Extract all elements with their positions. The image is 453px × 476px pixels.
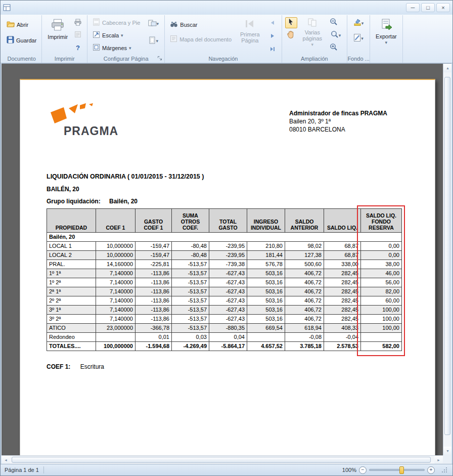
- guardar-label: Guardar: [16, 37, 36, 44]
- varias-paginas-button[interactable]: Varias páginas ▾: [300, 17, 325, 54]
- zoom-slider[interactable]: [369, 469, 425, 471]
- marca-agua-button[interactable]: ▾: [350, 33, 367, 44]
- pointer-tool-button[interactable]: [285, 17, 297, 28]
- tamano-papel-button[interactable]: ▾: [145, 35, 161, 47]
- color-fondo-button[interactable]: ▾: [350, 18, 367, 29]
- vertical-scrollbar-thumb[interactable]: [444, 77, 450, 435]
- table-cell: 500,60: [285, 260, 324, 269]
- scroll-left-arrow[interactable]: ◄: [2, 456, 10, 464]
- annotation-rectangle: [357, 205, 405, 356]
- table-cell: -80,48: [172, 242, 209, 251]
- table-cell: -0,04: [324, 333, 361, 342]
- previous-page-icon: [269, 19, 276, 28]
- totals-cell: 100,000000: [96, 342, 135, 351]
- resize-grip-icon[interactable]: [441, 466, 448, 473]
- print-options-button[interactable]: [72, 30, 84, 41]
- buscar-button[interactable]: Buscar: [168, 19, 234, 30]
- guardar-button[interactable]: Guardar: [5, 34, 38, 46]
- table-cell: 10,000000: [96, 242, 135, 251]
- orientacion-button[interactable]: ▾: [145, 18, 161, 29]
- maximize-button[interactable]: □: [421, 3, 435, 12]
- table-cell: -239,95: [209, 242, 247, 251]
- ribbon-group-fondo: ▾ ▾ Fondo ...: [347, 15, 370, 63]
- table-cell: 282,45: [324, 287, 361, 296]
- table-row: PRAL.14,160000-225,81-513,57-739,38576,7…: [47, 260, 402, 269]
- table-cell: 68,87: [324, 251, 361, 260]
- help-button[interactable]: ?: [72, 42, 84, 53]
- buscar-label: Buscar: [180, 22, 197, 28]
- binoculars-icon: [170, 21, 178, 28]
- zoom-out-button[interactable]: [328, 17, 340, 28]
- zoom-slider-thumb[interactable]: [399, 466, 404, 474]
- cabecera-y-pie-button[interactable]: Cabecera y Pie: [90, 17, 142, 28]
- zoom-in-icon: [330, 43, 338, 53]
- chevron-down-icon: ▾: [361, 36, 364, 40]
- table-cell: 503,16: [247, 269, 285, 278]
- group-label-fondo: Fondo ...: [347, 56, 370, 62]
- escala-button[interactable]: Escala ▾: [90, 29, 142, 41]
- dialog-launcher-icon[interactable]: [157, 56, 163, 61]
- column-header: TOTAL GASTO: [209, 209, 247, 233]
- totals-cell: -4.269,49: [172, 342, 209, 351]
- mapa-documento-button[interactable]: Mapa del documento: [168, 33, 234, 45]
- help-icon: ?: [76, 44, 80, 52]
- horizontal-scrollbar-thumb[interactable]: [12, 457, 431, 463]
- zoom-in-button[interactable]: [328, 42, 340, 54]
- abrir-button[interactable]: Abrir: [5, 19, 38, 30]
- table-cell: -513,57: [172, 315, 209, 324]
- table-cell: 503,16: [247, 287, 285, 296]
- varias-paginas-label: Varias páginas: [303, 29, 323, 41]
- table-cell: PRAL.: [47, 260, 96, 269]
- table-cell: 10,000000: [96, 251, 135, 260]
- minimize-button[interactable]: ─: [406, 3, 420, 12]
- table-cell: -627,43: [209, 287, 247, 296]
- previous-page-button[interactable]: [266, 18, 279, 29]
- zoom-button[interactable]: ▾: [328, 30, 344, 41]
- table-cell: 406,72: [285, 296, 324, 306]
- group-label-navegacion: Navegación: [165, 56, 281, 62]
- table-cell: ATICO: [47, 324, 96, 333]
- primera-pagina-button[interactable]: Primera Página: [238, 17, 262, 55]
- open-folder-icon: [7, 21, 15, 28]
- last-page-button[interactable]: [266, 44, 279, 55]
- coef-footnote-label: COEF 1:: [47, 363, 70, 370]
- zoom-in-stepper[interactable]: +: [427, 466, 435, 474]
- table-cell: -113,86: [135, 315, 172, 324]
- table-cell: [96, 333, 135, 342]
- exportar-button[interactable]: Exportar ▾: [373, 17, 399, 46]
- vertical-scrollbar[interactable]: ▲ ▼: [443, 64, 451, 455]
- table-cell: 23,000000: [96, 324, 135, 333]
- ribbon: Abrir Guardar Documento Imprimir: [1, 15, 452, 63]
- table-cell: 2º 2ª: [47, 296, 96, 306]
- column-header: GASTO COEF 1: [135, 209, 172, 233]
- hand-tool-button[interactable]: [285, 30, 297, 41]
- next-page-button[interactable]: [266, 31, 279, 42]
- table-cell: 406,72: [285, 287, 324, 296]
- scroll-up-arrow[interactable]: ▲: [443, 64, 451, 72]
- ribbon-group-exportar: Exportar ▾: [370, 15, 403, 63]
- table-cell: -239,95: [209, 251, 247, 260]
- titlebar[interactable]: ─ □ ×: [1, 1, 452, 15]
- table-cell: -113,86: [135, 287, 172, 296]
- table-row: LOCAL 210,000000-159,47-80,48-239,95181,…: [47, 251, 402, 260]
- zoom-out-stepper[interactable]: −: [359, 466, 367, 474]
- table-cell: 618,94: [285, 324, 324, 333]
- cabecera-label: Cabecera y Pie: [102, 20, 140, 26]
- totals-cell: -5.864,17: [209, 342, 247, 351]
- table-row: 1º 2ª7,140000-113,86-513,57-627,43503,16…: [47, 278, 402, 287]
- horizontal-scrollbar[interactable]: ◄ ►: [2, 455, 443, 464]
- table-cell: -159,47: [135, 242, 172, 251]
- table-row: ATICO23,000000-366,78-513,57-880,35669,5…: [47, 324, 402, 333]
- scroll-down-arrow[interactable]: ▼: [443, 447, 451, 455]
- table-row: 3º 2ª7,140000-113,86-513,57-627,43503,16…: [47, 315, 402, 324]
- margenes-button[interactable]: Márgenes ▾: [90, 42, 142, 54]
- close-button[interactable]: ×: [436, 3, 450, 12]
- table-cell: -225,81: [135, 260, 172, 269]
- table-cell: 338,00: [324, 260, 361, 269]
- hand-icon: [287, 30, 295, 41]
- imprimir-button[interactable]: Imprimir: [45, 17, 70, 53]
- scroll-right-arrow[interactable]: ►: [434, 456, 443, 464]
- margenes-label: Márgenes: [102, 45, 127, 51]
- quick-print-button[interactable]: [72, 18, 84, 29]
- watermark-icon: [353, 33, 361, 44]
